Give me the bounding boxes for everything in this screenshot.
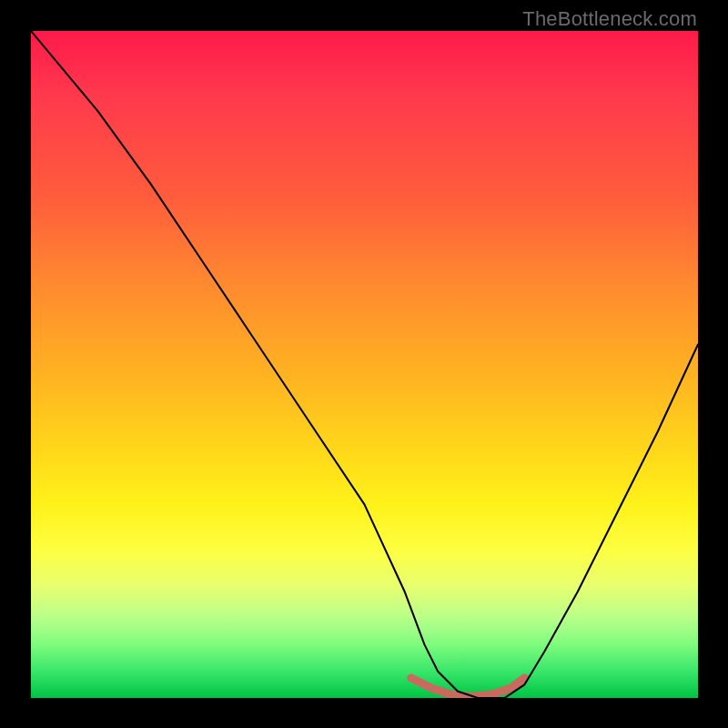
chart-frame: TheBottleneck.com (0, 0, 728, 728)
bottleneck-curve (31, 31, 698, 698)
watermark-text: TheBottleneck.com (522, 7, 697, 31)
chart-overlay (31, 31, 698, 698)
